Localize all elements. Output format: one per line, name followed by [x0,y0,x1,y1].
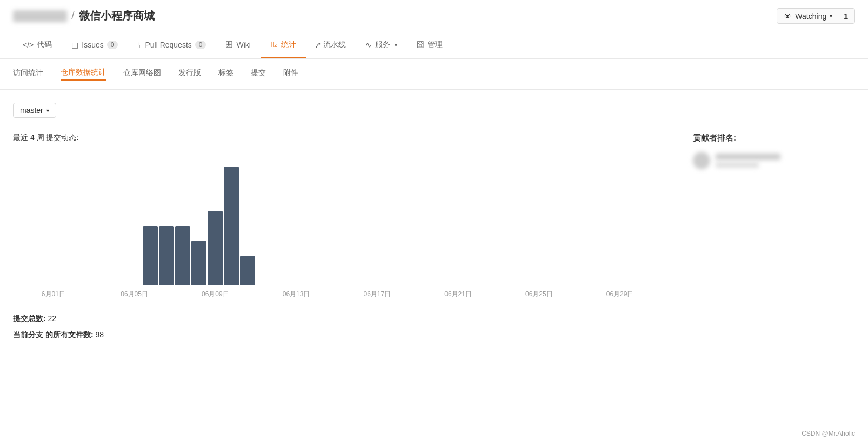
total-commits-label: 提交总数: [13,314,46,323]
tab-services[interactable]: ∿ 服务 ▾ [356,32,407,58]
nav-tabs: </> 代码 ◫ Issues 0 ⑂ Pull Requests 0 囲 Wi… [0,32,868,59]
tab-pipeline[interactable]: ⑇ 流水线 [306,32,356,58]
x-axis-label: 06月25日 [499,290,580,299]
total-commits-value: 22 [48,314,57,323]
bar [240,256,255,285]
x-axis-labels: 6月01日06月05日06月09日06月13日06月17日06月21日06月25… [13,290,660,299]
repo-title: / 微信小程序商城 [13,9,155,23]
tab-stats[interactable]: ㎐ 统计 [261,32,306,58]
contributors-title: 贡献者排名: [693,133,855,143]
files-count-value: 98 [95,330,104,339]
main-content: master ▾ 最近 4 周 提交动态: 6月01日06月05日06月09日0… [0,90,868,360]
x-axis-label: 06月13日 [256,290,337,299]
watching-label: Watching [795,12,826,21]
wiki-icon: 囲 [225,40,233,50]
repo-owner-blurred [13,10,67,22]
code-icon: </> [23,41,34,49]
subnav-tags[interactable]: 标签 [218,68,233,80]
branch-chevron-icon: ▾ [46,108,49,114]
x-axis-label: 6月01日 [13,290,94,299]
bar [191,241,206,285]
branch-name: master [20,106,43,115]
chart-title: 最近 4 周 提交动态: [13,133,660,143]
subnav-attachments[interactable]: 附件 [283,68,298,80]
manage-icon: 囧 [417,40,424,50]
right-section: 贡献者排名: [693,133,855,347]
x-axis-label: 06月09日 [175,290,256,299]
files-count-label: 当前分支 的所有文件数: [13,330,94,339]
subnav-repo-network[interactable]: 仓库网络图 [123,68,161,80]
tab-issues[interactable]: ◫ Issues 0 [62,33,128,58]
total-commits-stat: 提交总数: 22 [13,314,660,324]
subnav-releases[interactable]: 发行版 [178,68,201,80]
tab-pulls[interactable]: ⑂ Pull Requests 0 [128,33,216,58]
issues-icon: ◫ [71,41,78,49]
eye-icon: 👁 [784,11,792,21]
sub-nav: 访问统计 仓库数据统计 仓库网络图 发行版 标签 提交 附件 [0,59,868,90]
pipeline-icon: ⑇ [316,41,320,49]
tab-stats-label: 统计 [281,40,296,50]
content-layout: 最近 4 周 提交动态: 6月01日06月05日06月09日06月13日06月1… [13,133,855,347]
contributor-sub [716,162,759,168]
stats-section: 提交总数: 22 当前分支 的所有文件数: 98 [13,314,660,340]
bar-chart-bars [13,156,660,285]
watching-count: 1 [838,12,848,21]
bar [175,226,190,285]
pulls-badge: 0 [195,41,206,49]
subnav-repo-data-stats[interactable]: 仓库数据统计 [61,68,106,81]
contributor-info [716,154,780,168]
repo-name: 微信小程序商城 [79,9,155,23]
bar-chart: 6月01日06月05日06月09日06月13日06月17日06月21日06月25… [13,156,660,299]
tab-services-label: 服务 [375,40,390,50]
bar [143,226,158,285]
stats-icon: ㎐ [270,40,278,50]
tab-wiki-label: Wiki [236,41,250,49]
x-axis-label: 06月29日 [579,290,660,299]
tab-issues-label: Issues [82,41,103,49]
bar [208,211,223,285]
files-count-stat: 当前分支 的所有文件数: 98 [13,330,660,340]
tab-pipeline-label: 流水线 [323,40,346,50]
tab-pulls-label: Pull Requests [145,41,191,49]
x-axis-label: 06月17日 [337,290,418,299]
tab-wiki[interactable]: 囲 Wiki [216,32,260,58]
tab-code-label: 代码 [37,40,52,50]
title-separator: / [71,10,75,22]
watching-button[interactable]: 👁 Watching ▾ 1 [777,8,855,24]
tab-manage-label: 管理 [428,40,443,50]
bar [224,167,239,285]
pulls-icon: ⑂ [137,41,142,49]
tab-code[interactable]: </> 代码 [13,32,62,58]
branch-selector[interactable]: master ▾ [13,103,56,118]
services-icon: ∿ [365,41,372,49]
x-axis-label: 06月05日 [94,290,175,299]
avatar [693,152,710,169]
contributor-name [716,154,780,160]
tab-manage[interactable]: 囧 管理 [407,32,452,58]
services-chevron-icon: ▾ [395,42,397,48]
watching-chevron-icon: ▾ [830,13,832,19]
list-item [693,152,855,169]
subnav-visit-stats[interactable]: 访问统计 [13,68,43,80]
x-axis-label: 06月21日 [418,290,499,299]
subnav-commits[interactable]: 提交 [251,68,266,80]
bar [159,226,174,285]
issues-badge: 0 [107,41,118,49]
left-section: 最近 4 周 提交动态: 6月01日06月05日06月09日06月13日06月1… [13,133,660,347]
top-header: / 微信小程序商城 👁 Watching ▾ 1 [0,0,868,32]
